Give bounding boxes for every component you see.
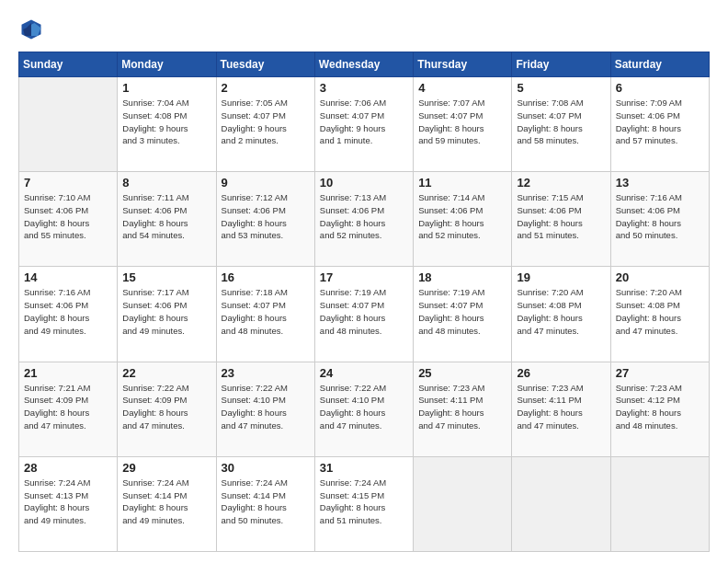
day-info: Sunrise: 7:23 AM Sunset: 4:12 PM Dayligh… — [616, 382, 704, 432]
day-info: Sunrise: 7:16 AM Sunset: 4:06 PM Dayligh… — [24, 286, 112, 337]
day-number: 26 — [517, 366, 605, 380]
day-number: 27 — [616, 366, 704, 380]
day-info: Sunrise: 7:24 AM Sunset: 4:14 PM Dayligh… — [122, 477, 210, 527]
header-cell-saturday: Saturday — [610, 52, 709, 77]
calendar-cell: 21Sunrise: 7:21 AM Sunset: 4:09 PM Dayli… — [19, 362, 118, 456]
day-info: Sunrise: 7:17 AM Sunset: 4:06 PM Dayligh… — [122, 286, 210, 337]
calendar-cell: 14Sunrise: 7:16 AM Sunset: 4:06 PM Dayli… — [19, 267, 118, 362]
calendar-cell: 10Sunrise: 7:13 AM Sunset: 4:06 PM Dayli… — [314, 172, 413, 267]
day-number: 24 — [320, 366, 408, 380]
day-number: 23 — [222, 366, 310, 380]
header-cell-tuesday: Tuesday — [216, 52, 314, 77]
day-number: 20 — [616, 270, 704, 284]
day-info: Sunrise: 7:14 AM Sunset: 4:06 PM Dayligh… — [418, 191, 506, 242]
calendar-table: SundayMondayTuesdayWednesdayThursdayFrid… — [18, 52, 710, 552]
day-number: 29 — [122, 461, 210, 475]
day-number: 5 — [517, 81, 605, 95]
header-cell-monday: Monday — [118, 52, 216, 77]
day-info: Sunrise: 7:07 AM Sunset: 4:07 PM Dayligh… — [418, 97, 506, 147]
day-info: Sunrise: 7:10 AM Sunset: 4:06 PM Dayligh… — [24, 191, 112, 242]
calendar-cell: 22Sunrise: 7:22 AM Sunset: 4:09 PM Dayli… — [118, 362, 216, 456]
day-number: 13 — [616, 176, 704, 190]
day-info: Sunrise: 7:24 AM Sunset: 4:15 PM Dayligh… — [320, 477, 408, 527]
day-info: Sunrise: 7:09 AM Sunset: 4:06 PM Dayligh… — [616, 97, 704, 147]
day-info: Sunrise: 7:20 AM Sunset: 4:08 PM Dayligh… — [616, 286, 704, 337]
calendar-cell: 24Sunrise: 7:22 AM Sunset: 4:10 PM Dayli… — [314, 362, 413, 456]
header-row: SundayMondayTuesdayWednesdayThursdayFrid… — [19, 52, 710, 77]
week-row-5: 28Sunrise: 7:24 AM Sunset: 4:13 PM Dayli… — [19, 456, 710, 551]
calendar-cell: 26Sunrise: 7:23 AM Sunset: 4:11 PM Dayli… — [512, 362, 610, 456]
day-info: Sunrise: 7:19 AM Sunset: 4:07 PM Dayligh… — [320, 286, 408, 337]
day-number: 28 — [24, 461, 112, 475]
day-number: 3 — [320, 81, 408, 95]
header-cell-friday: Friday — [512, 52, 610, 77]
day-info: Sunrise: 7:23 AM Sunset: 4:11 PM Dayligh… — [418, 382, 506, 432]
day-number: 8 — [122, 176, 210, 190]
calendar-cell: 17Sunrise: 7:19 AM Sunset: 4:07 PM Dayli… — [314, 267, 413, 362]
day-number: 14 — [24, 270, 112, 284]
calendar-cell: 25Sunrise: 7:23 AM Sunset: 4:11 PM Dayli… — [414, 362, 512, 456]
day-number: 16 — [222, 270, 310, 284]
calendar-cell: 31Sunrise: 7:24 AM Sunset: 4:15 PM Dayli… — [314, 456, 413, 551]
day-number: 25 — [418, 366, 506, 380]
calendar-cell: 13Sunrise: 7:16 AM Sunset: 4:06 PM Dayli… — [610, 172, 709, 267]
calendar-cell: 7Sunrise: 7:10 AM Sunset: 4:06 PM Daylig… — [19, 172, 118, 267]
day-info: Sunrise: 7:19 AM Sunset: 4:07 PM Dayligh… — [418, 286, 506, 337]
header-cell-thursday: Thursday — [414, 52, 512, 77]
calendar-cell: 4Sunrise: 7:07 AM Sunset: 4:07 PM Daylig… — [414, 77, 512, 172]
day-info: Sunrise: 7:22 AM Sunset: 4:10 PM Dayligh… — [222, 382, 310, 432]
day-info: Sunrise: 7:05 AM Sunset: 4:07 PM Dayligh… — [222, 97, 310, 147]
day-info: Sunrise: 7:18 AM Sunset: 4:07 PM Dayligh… — [222, 286, 310, 337]
day-info: Sunrise: 7:23 AM Sunset: 4:11 PM Dayligh… — [517, 382, 605, 432]
day-number: 11 — [418, 176, 506, 190]
calendar-cell: 20Sunrise: 7:20 AM Sunset: 4:08 PM Dayli… — [610, 267, 709, 362]
calendar-body: 1Sunrise: 7:04 AM Sunset: 4:08 PM Daylig… — [19, 77, 710, 552]
week-row-3: 14Sunrise: 7:16 AM Sunset: 4:06 PM Dayli… — [19, 267, 710, 362]
day-number: 4 — [418, 81, 506, 95]
day-info: Sunrise: 7:20 AM Sunset: 4:08 PM Dayligh… — [517, 286, 605, 337]
day-number: 15 — [122, 270, 210, 284]
calendar-cell: 1Sunrise: 7:04 AM Sunset: 4:08 PM Daylig… — [118, 77, 216, 172]
day-number: 2 — [222, 81, 310, 95]
calendar-cell: 8Sunrise: 7:11 AM Sunset: 4:06 PM Daylig… — [118, 172, 216, 267]
calendar-cell: 11Sunrise: 7:14 AM Sunset: 4:06 PM Dayli… — [414, 172, 512, 267]
calendar-cell: 12Sunrise: 7:15 AM Sunset: 4:06 PM Dayli… — [512, 172, 610, 267]
logo — [18, 17, 48, 42]
day-info: Sunrise: 7:11 AM Sunset: 4:06 PM Dayligh… — [122, 191, 210, 242]
day-info: Sunrise: 7:06 AM Sunset: 4:07 PM Dayligh… — [320, 97, 408, 147]
day-info: Sunrise: 7:22 AM Sunset: 4:10 PM Dayligh… — [320, 382, 408, 432]
page: SundayMondayTuesdayWednesdayThursdayFrid… — [0, 0, 728, 563]
day-info: Sunrise: 7:16 AM Sunset: 4:06 PM Dayligh… — [616, 191, 704, 242]
day-number: 7 — [24, 176, 112, 190]
day-info: Sunrise: 7:08 AM Sunset: 4:07 PM Dayligh… — [517, 97, 605, 147]
day-number: 18 — [418, 270, 506, 284]
day-info: Sunrise: 7:13 AM Sunset: 4:06 PM Dayligh… — [320, 191, 408, 242]
calendar-cell: 15Sunrise: 7:17 AM Sunset: 4:06 PM Dayli… — [118, 267, 216, 362]
day-info: Sunrise: 7:24 AM Sunset: 4:13 PM Dayligh… — [24, 477, 112, 527]
week-row-2: 7Sunrise: 7:10 AM Sunset: 4:06 PM Daylig… — [19, 172, 710, 267]
header-cell-sunday: Sunday — [19, 52, 118, 77]
calendar-cell: 19Sunrise: 7:20 AM Sunset: 4:08 PM Dayli… — [512, 267, 610, 362]
day-number: 30 — [222, 461, 310, 475]
header — [18, 17, 710, 42]
calendar-cell: 18Sunrise: 7:19 AM Sunset: 4:07 PM Dayli… — [414, 267, 512, 362]
calendar-cell: 9Sunrise: 7:12 AM Sunset: 4:06 PM Daylig… — [216, 172, 314, 267]
day-number: 6 — [616, 81, 704, 95]
calendar-cell: 28Sunrise: 7:24 AM Sunset: 4:13 PM Dayli… — [19, 456, 118, 551]
calendar-cell: 2Sunrise: 7:05 AM Sunset: 4:07 PM Daylig… — [216, 77, 314, 172]
day-info: Sunrise: 7:04 AM Sunset: 4:08 PM Dayligh… — [122, 97, 210, 147]
calendar-cell: 5Sunrise: 7:08 AM Sunset: 4:07 PM Daylig… — [512, 77, 610, 172]
day-number: 22 — [122, 366, 210, 380]
day-number: 10 — [320, 176, 408, 190]
calendar-cell — [512, 456, 610, 551]
day-number: 31 — [320, 461, 408, 475]
day-info: Sunrise: 7:12 AM Sunset: 4:06 PM Dayligh… — [222, 191, 310, 242]
day-number: 19 — [517, 270, 605, 284]
day-number: 17 — [320, 270, 408, 284]
calendar-cell: 16Sunrise: 7:18 AM Sunset: 4:07 PM Dayli… — [216, 267, 314, 362]
day-info: Sunrise: 7:24 AM Sunset: 4:14 PM Dayligh… — [222, 477, 310, 527]
day-number: 21 — [24, 366, 112, 380]
calendar-cell: 27Sunrise: 7:23 AM Sunset: 4:12 PM Dayli… — [610, 362, 709, 456]
calendar-cell — [610, 456, 709, 551]
week-row-1: 1Sunrise: 7:04 AM Sunset: 4:08 PM Daylig… — [19, 77, 710, 172]
